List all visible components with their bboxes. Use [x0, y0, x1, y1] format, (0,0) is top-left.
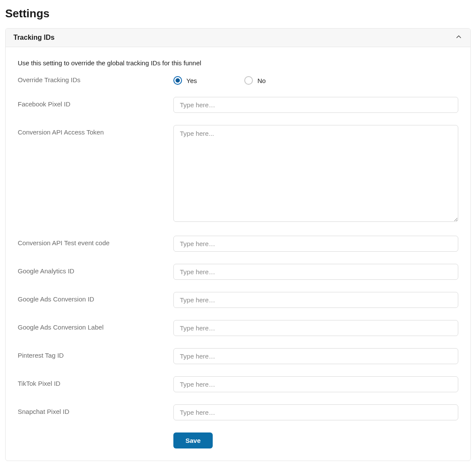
- row-google-ads-conversion-id: Google Ads Conversion ID: [18, 292, 458, 308]
- panel-description: Use this setting to override the global …: [18, 59, 458, 67]
- textarea-conversion-api-token[interactable]: [173, 125, 458, 222]
- label-google-analytics: Google Analytics ID: [18, 264, 173, 275]
- row-google-ads-conversion-label: Google Ads Conversion Label: [18, 320, 458, 336]
- panel-body: Use this setting to override the global …: [6, 47, 470, 461]
- label-google-ads-conversion-label: Google Ads Conversion Label: [18, 320, 173, 331]
- panel-header-title: Tracking IDs: [13, 34, 54, 42]
- label-conversion-api-token: Conversion API Access Token: [18, 125, 173, 136]
- row-tiktok-pixel: TikTok Pixel ID: [18, 376, 458, 392]
- row-google-analytics: Google Analytics ID: [18, 264, 458, 280]
- label-snapchat-pixel: Snapchat Pixel ID: [18, 404, 173, 415]
- row-pinterest-tag: Pinterest Tag ID: [18, 348, 458, 364]
- row-override-tracking: Override Tracking IDs Yes No: [18, 76, 458, 85]
- input-google-ads-conversion-id[interactable]: [173, 292, 458, 308]
- label-override-tracking: Override Tracking IDs: [18, 76, 173, 83]
- radio-yes-circle: [173, 76, 182, 85]
- chevron-up-icon: [455, 33, 463, 42]
- input-tiktok-pixel[interactable]: [173, 376, 458, 392]
- panel-header[interactable]: Tracking IDs: [6, 29, 470, 47]
- label-facebook-pixel: Facebook Pixel ID: [18, 97, 173, 108]
- input-google-ads-conversion-label[interactable]: [173, 320, 458, 336]
- page-title: Settings: [5, 7, 471, 20]
- input-facebook-pixel[interactable]: [173, 97, 458, 113]
- label-conversion-api-test-code: Conversion API Test event code: [18, 236, 173, 247]
- input-conversion-api-test-code[interactable]: [173, 236, 458, 252]
- input-pinterest-tag[interactable]: [173, 348, 458, 364]
- input-snapchat-pixel[interactable]: [173, 404, 458, 420]
- button-row: Save: [173, 432, 458, 448]
- row-conversion-api-token: Conversion API Access Token: [18, 125, 458, 224]
- radio-no-label: No: [257, 77, 265, 84]
- radio-yes[interactable]: Yes: [173, 76, 197, 85]
- radio-yes-dot: [176, 78, 180, 83]
- radio-yes-label: Yes: [186, 77, 197, 84]
- row-snapchat-pixel: Snapchat Pixel ID: [18, 404, 458, 420]
- row-conversion-api-test-code: Conversion API Test event code: [18, 236, 458, 252]
- save-button[interactable]: Save: [173, 432, 213, 448]
- tracking-ids-panel: Tracking IDs Use this setting to overrid…: [5, 28, 471, 461]
- label-google-ads-conversion-id: Google Ads Conversion ID: [18, 292, 173, 303]
- input-google-analytics[interactable]: [173, 264, 458, 280]
- label-pinterest-tag: Pinterest Tag ID: [18, 348, 173, 359]
- radio-no-circle: [244, 76, 253, 85]
- row-facebook-pixel: Facebook Pixel ID: [18, 97, 458, 113]
- override-radio-group: Yes No: [173, 76, 458, 85]
- radio-no[interactable]: No: [244, 76, 265, 85]
- label-tiktok-pixel: TikTok Pixel ID: [18, 376, 173, 387]
